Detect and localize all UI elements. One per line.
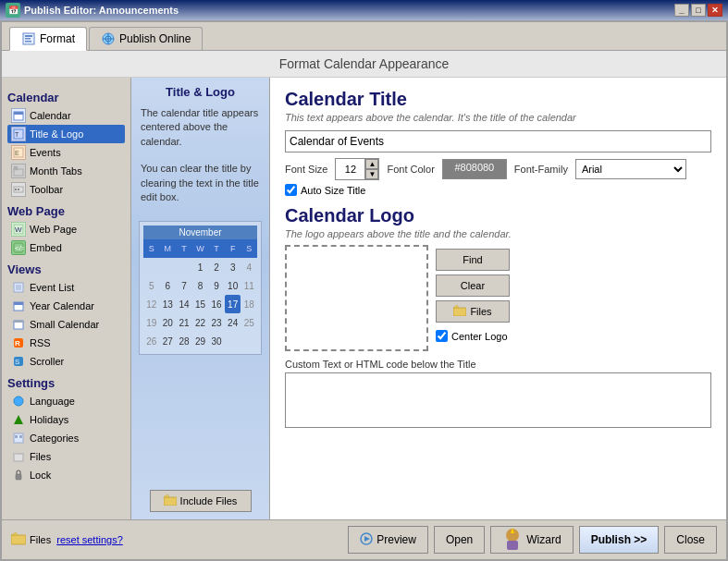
clear-button[interactable]: Clear [436,274,510,297]
sidebar-item-year-calendar[interactable]: Year Calendar [7,297,125,315]
svg-rect-30 [14,321,23,323]
sidebar-item-files[interactable]: Files [7,447,125,466]
toolbar-icon [11,182,26,197]
holidays-icon [11,412,26,427]
svg-text:W: W [15,226,22,234]
calendar-icon [11,108,26,123]
sidebar-item-calendar[interactable]: Calendar [7,106,125,125]
sidebar-item-language[interactable]: Language [7,392,125,410]
mini-cal-cell: 20 [160,313,177,332]
auto-size-title-checkbox[interactable] [285,184,297,196]
sidebar-item-embed[interactable]: </> Embed [7,238,125,257]
font-size-label: Font Size [285,164,327,175]
sidebar-item-event-list[interactable]: Event List [7,278,125,297]
mini-cal-cell: 12 [143,295,160,313]
folder-icon [164,494,177,507]
sidebar-item-events[interactable]: E Events [7,143,125,162]
sidebar-item-categories-label: Categories [30,433,79,444]
svg-rect-9 [14,112,23,115]
sidebar-item-webpage[interactable]: W Web Page [7,220,125,238]
logo-preview-box [285,245,428,351]
custom-text-input[interactable] [285,372,711,428]
sidebar-item-small-calendar[interactable]: Small Calendar [7,315,125,334]
files-icon [11,449,26,464]
format-tab-icon [21,31,36,46]
title-bar-text: Publish Editor: Announcements [24,5,179,16]
reset-settings-link[interactable]: reset settings? [56,534,123,545]
sidebar-item-events-label: Events [30,147,61,158]
sidebar-item-files-label: Files [30,451,51,462]
svg-rect-15 [14,166,18,170]
main-window: Format Publish Online Format Calendar Ap… [0,20,728,561]
page-header-text: Format Calendar Appearance [279,56,450,71]
mini-cal-cell: 22 [192,313,209,332]
wizard-button-label: Wizard [526,533,561,546]
files-button[interactable]: Files [436,300,510,323]
sidebar-item-rss[interactable]: R RSS [7,334,125,352]
sidebar-item-title-logo[interactable]: T Title & Logo [7,125,125,143]
mini-cal-cell [225,332,241,350]
svg-rect-2 [25,38,31,40]
open-button[interactable]: Open [434,526,485,554]
find-button[interactable]: Find [436,249,510,271]
mini-cal-day-header: S [143,239,160,258]
sidebar-item-lock[interactable]: Lock [7,466,125,484]
mini-cal-cell: 14 [176,295,192,313]
tab-format-label: Format [40,32,75,45]
center-logo-row: Center Logo [436,330,510,342]
sidebar-section-settings: Settings [7,376,125,390]
lock-icon [11,468,26,482]
font-size-down-button[interactable]: ▼ [365,169,378,179]
mini-cal-cell: 21 [176,313,192,332]
mini-cal-cell: 27 [160,332,177,350]
font-size-up-button[interactable]: ▲ [365,159,378,169]
tab-publish-online[interactable]: Publish Online [89,27,203,50]
publish-button[interactable]: Publish >> [579,526,660,554]
mini-cal-cell [143,258,160,276]
mini-cal-month: November [179,227,221,238]
mini-cal-cell: 13 [160,295,177,313]
svg-marker-48 [11,532,18,535]
center-panel-text1: The calendar title appears centered abov… [131,106,269,149]
sidebar-item-scroller[interactable]: S Scroller [7,352,125,371]
svg-text:T: T [15,131,19,138]
preview-button[interactable]: Preview [348,526,428,554]
sidebar-item-month-tabs[interactable]: Month Tabs [7,162,125,180]
app-icon: 📅 [6,3,20,18]
language-icon [11,394,26,409]
sidebar-item-year-calendar-label: Year Calendar [30,300,94,311]
tab-format[interactable]: Format [9,27,87,51]
close-window-button[interactable]: ✕ [708,4,722,17]
calendar-logo-heading: Calendar Logo [285,205,711,226]
include-files-label: Include Files [180,495,238,506]
calendar-title-input[interactable] [285,130,711,152]
close-button[interactable]: Close [664,526,717,554]
font-family-select[interactable]: Arial Times New Roman Verdana Helvetica … [575,159,686,179]
center-panel: Title & Logo The calendar title appears … [131,78,270,519]
svg-text:</>: </> [15,244,24,252]
svg-rect-39 [19,435,22,438]
publish-online-tab-icon [101,31,116,46]
font-size-control: 12 ▲ ▼ [335,158,379,180]
mini-cal-cell: 23 [208,313,225,332]
sidebar-item-event-list-label: Event List [30,282,74,293]
include-files-button[interactable]: Include Files [150,490,252,512]
svg-rect-3 [25,41,31,43]
maximize-button[interactable]: □ [691,4,706,17]
wizard-button[interactable]: Wizard [490,526,573,554]
svg-rect-40 [14,454,23,461]
webpage-icon: W [11,222,26,237]
minimize-button[interactable]: _ [674,4,689,17]
sidebar-item-categories[interactable]: Categories [7,429,125,447]
mini-cal-cell: 7 [176,276,192,295]
sidebar-item-holidays[interactable]: Holidays [7,410,125,429]
sidebar-item-small-calendar-label: Small Calendar [30,319,99,330]
window-controls: _ □ ✕ [674,4,722,17]
center-logo-checkbox[interactable] [436,330,448,342]
sidebar-item-title-logo-label: Title & Logo [30,128,83,140]
sidebar-item-toolbar[interactable]: Toolbar [7,180,125,199]
mini-cal-day-header: T [176,239,192,258]
sidebar-item-toolbar-label: Toolbar [30,184,63,195]
mini-cal-cell: 24 [225,313,241,332]
font-color-input[interactable]: #808080 [442,159,507,179]
